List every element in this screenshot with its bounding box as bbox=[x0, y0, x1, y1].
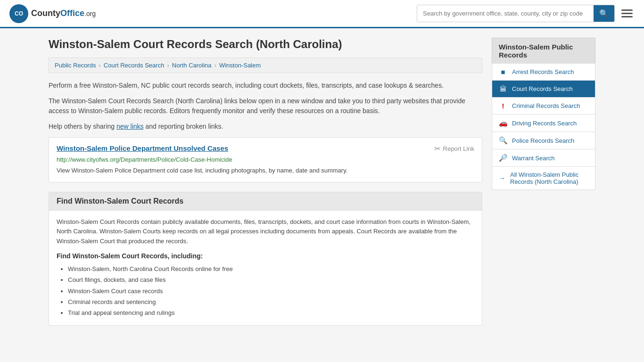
find-records-subheading: Find Winston-Salem Court Records, includ… bbox=[57, 252, 474, 260]
breadcrumb-sep3: › bbox=[215, 62, 216, 69]
arrest-icon: ■ bbox=[499, 68, 507, 76]
criminal-icon: ! bbox=[499, 102, 507, 110]
sidebar-item-warrant[interactable]: 🔎 Warrant Search bbox=[492, 149, 595, 167]
link-card-title[interactable]: Winston-Salem Police Department Unsolved… bbox=[57, 144, 228, 152]
logo-area: CO CountyOffice.org bbox=[9, 4, 96, 23]
search-button[interactable]: 🔍 bbox=[594, 5, 614, 22]
find-records-list: Winston-Salem, North Carolina Court Reco… bbox=[57, 263, 474, 319]
breadcrumb-north-carolina[interactable]: North Carolina bbox=[172, 62, 212, 69]
link-card: Winston-Salem Police Department Unsolved… bbox=[49, 137, 482, 182]
desc-para2: The Winston-Salem Court Records Search (… bbox=[49, 96, 482, 116]
sidebar-all-link[interactable]: → All Winston-Salem Public Records (Nort… bbox=[492, 167, 595, 190]
breadcrumb-sep1: › bbox=[99, 62, 100, 69]
sidebar: Winston-Salem Public Records ■ Arrest Re… bbox=[492, 38, 595, 333]
arrow-icon: → bbox=[499, 174, 505, 182]
sidebar-all-label: All Winston-Salem Public Records (North … bbox=[510, 171, 588, 185]
logo-icon: CO bbox=[9, 4, 28, 23]
header-right: 🔍 bbox=[417, 5, 635, 22]
link-card-desc: View Winston-Salem Police Department col… bbox=[57, 166, 474, 175]
search-input[interactable] bbox=[417, 6, 594, 21]
link-card-header: Winston-Salem Police Department Unsolved… bbox=[57, 144, 474, 153]
main-container: Winston-Salem Court Records Search (Nort… bbox=[39, 28, 605, 343]
menu-button[interactable] bbox=[619, 8, 635, 19]
sidebar-label-arrest: Arrest Records Search bbox=[512, 68, 574, 75]
sidebar-item-arrest[interactable]: ■ Arrest Records Search bbox=[492, 64, 595, 81]
breadcrumb-winston-salem[interactable]: Winston-Salem bbox=[219, 62, 261, 69]
breadcrumb-court-records[interactable]: Court Records Search bbox=[104, 62, 165, 69]
hamburger-line3 bbox=[621, 16, 633, 17]
header: CO CountyOffice.org 🔍 bbox=[0, 0, 644, 28]
find-records-body: Winston-Salem Court Records contain publ… bbox=[49, 211, 482, 325]
sidebar-item-police[interactable]: 🔍 Police Records Search bbox=[492, 132, 595, 149]
report-label: Report Link bbox=[443, 145, 474, 152]
warrant-icon: 🔎 bbox=[499, 154, 507, 162]
sidebar-label-court: Court Records Search bbox=[512, 85, 573, 92]
list-item: Criminal records and sentencing bbox=[68, 296, 474, 307]
driving-icon: 🚗 bbox=[499, 119, 507, 127]
hamburger-line2 bbox=[621, 13, 633, 14]
content-area: Winston-Salem Court Records Search (Nort… bbox=[49, 38, 482, 333]
sidebar-label-warrant: Warrant Search bbox=[512, 155, 555, 162]
logo-text: CountyOffice.org bbox=[31, 8, 96, 18]
sidebar-label-police: Police Records Search bbox=[512, 137, 574, 144]
sidebar-item-criminal[interactable]: ! Criminal Records Search bbox=[492, 98, 595, 115]
new-links-link[interactable]: new links bbox=[116, 123, 144, 130]
sidebar-item-court[interactable]: 🏛 Court Records Search bbox=[492, 81, 595, 98]
search-bar: 🔍 bbox=[417, 5, 615, 22]
breadcrumb-sep2: › bbox=[167, 62, 169, 69]
sidebar-item-driving[interactable]: 🚗 Driving Records Search bbox=[492, 115, 595, 132]
sidebar-label-driving: Driving Records Search bbox=[512, 120, 577, 127]
hamburger-line1 bbox=[621, 9, 633, 11]
desc-para1: Perform a free Winston-Salem, NC public … bbox=[49, 81, 482, 90]
breadcrumb: Public Records › Court Records Search › … bbox=[49, 58, 482, 73]
court-icon: 🏛 bbox=[499, 85, 507, 93]
find-records-section: Find Winston-Salem Court Records Winston… bbox=[49, 192, 482, 326]
list-item: Winston-Salem, North Carolina Court Reco… bbox=[68, 263, 474, 274]
find-records-heading: Find Winston-Salem Court Records bbox=[49, 192, 482, 211]
link-url[interactable]: http://www.cityofws.org/Departments/Poli… bbox=[57, 156, 474, 163]
desc-para3-suffix: and reporting broken links. bbox=[144, 123, 223, 130]
report-icon: ✂ bbox=[434, 144, 440, 153]
page-title: Winston-Salem Court Records Search (Nort… bbox=[49, 38, 482, 51]
list-item: Court filings, dockets, and case files bbox=[68, 274, 474, 285]
find-records-body-text: Winston-Salem Court Records contain publ… bbox=[57, 217, 474, 247]
sidebar-title: Winston-Salem Public Records bbox=[492, 38, 595, 64]
desc-para3-prefix: Help others by sharing bbox=[49, 123, 116, 130]
breadcrumb-public-records[interactable]: Public Records bbox=[55, 62, 96, 69]
list-item: Winston-Salem Court case records bbox=[68, 286, 474, 296]
desc-para3: Help others by sharing new links and rep… bbox=[49, 122, 482, 132]
police-icon: 🔍 bbox=[499, 136, 507, 145]
list-item: Trial and appeal sentencing and rulings bbox=[68, 307, 474, 318]
sidebar-label-criminal: Criminal Records Search bbox=[512, 102, 580, 109]
report-link-button[interactable]: ✂ Report Link bbox=[434, 144, 474, 153]
svg-text:CO: CO bbox=[15, 10, 23, 17]
